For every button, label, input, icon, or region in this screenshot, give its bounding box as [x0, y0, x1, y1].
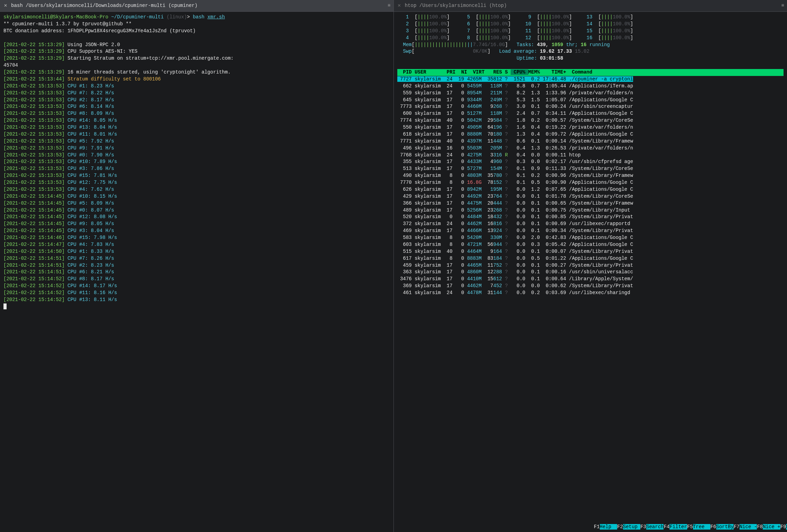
right-tabbar: ✕ htop /Users/skylarsimoncelli (htop) ≡	[394, 0, 787, 12]
left-terminal[interactable]: skylarsimoncelli@Skylars-MacBook-Pro ~/D…	[0, 12, 394, 532]
left-tabbar: ✕ bash /Users/skylarsimoncelli/Downloads…	[0, 0, 394, 12]
htop-function-bar[interactable]: F1Help F2Setup F3SearchF4FilterF5Tree F6…	[590, 524, 787, 532]
left-pane: ✕ bash /Users/skylarsimoncelli/Downloads…	[0, 0, 394, 532]
hamburger-icon[interactable]: ≡	[388, 2, 390, 9]
right-tab-title[interactable]: htop /Users/skylarsimoncelli (htop)	[405, 2, 507, 9]
left-tab-title[interactable]: bash /Users/skylarsimoncelli/Downloads/c…	[11, 2, 198, 9]
close-icon[interactable]: ✕	[3, 2, 8, 9]
close-icon[interactable]: ✕	[397, 2, 402, 9]
right-terminal[interactable]: 1 [||||100.0%] 5 [||||100.0%] 9 [||||100…	[394, 12, 787, 532]
right-pane: ✕ htop /Users/skylarsimoncelli (htop) ≡ …	[394, 0, 787, 532]
hamburger-icon[interactable]: ≡	[781, 2, 784, 9]
